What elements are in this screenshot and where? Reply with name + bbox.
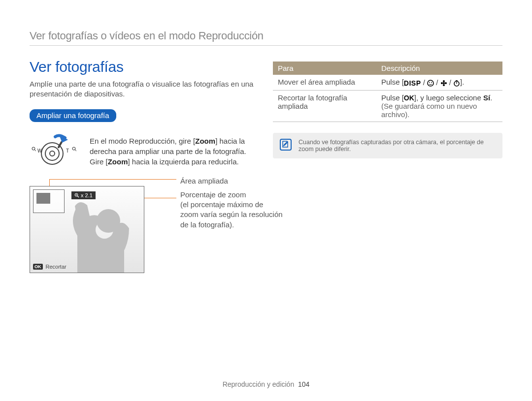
table-row: Mover el área ampliada Pulse [ DISP / / … [273, 75, 502, 91]
dial-w-label-txt: W [37, 148, 42, 154]
svg-point-1 [45, 147, 59, 160]
ok-key-label: OK [404, 94, 414, 102]
nav-overview-box [33, 189, 65, 213]
dial-zoom-label-1: Zoom [195, 137, 215, 145]
ok-button-glyph: OK [33, 264, 43, 270]
table-head-desc: Descripción [376, 62, 502, 75]
disp-icon: DISP [404, 79, 421, 87]
callout-zoom-pct: Porcentaje de zoom (el porcentaje máximo… [180, 190, 289, 230]
note-text: Cuando ve fotografías capturadas por otr… [299, 139, 496, 153]
zoom-dial-illustration: W T [30, 132, 81, 171]
subsection-pill: Ampliar una fotografía [30, 109, 116, 122]
zoom-dial-description: En el modo Reproducción, gire [Zoom] hac… [90, 136, 259, 171]
zoom-indicator-value: x 2.1 [81, 192, 93, 198]
crop-action-hint: OK Recortar [33, 264, 66, 270]
dial-text-pre: En el modo Reproducción, gire [ [90, 137, 195, 145]
zoom-indicator: x 2.1 [71, 191, 96, 199]
left-column: Ver fotografías Amplíe una parte de una … [30, 59, 259, 284]
page-running-header: Ver fotografías o vídeos en el modo Repr… [30, 30, 502, 42]
magnifier-plus-icon [74, 193, 79, 198]
table-cell-para: Recortar la fotografía ampliada [273, 91, 376, 122]
svg-point-13 [428, 80, 433, 86]
dial-t-label-txt: T [66, 148, 69, 154]
svg-point-20 [445, 82, 447, 84]
table-cell-desc: Pulse [ DISP / / / ]. [376, 75, 502, 91]
nav-selection-rect [36, 193, 50, 204]
smiley-icon [427, 80, 434, 87]
svg-point-15 [431, 82, 432, 83]
actions-table: Para Descripción Mover el área ampliada … [273, 62, 502, 122]
camera-screen-mock: x 2.1 OK Recortar [30, 186, 144, 273]
svg-point-19 [441, 82, 443, 84]
svg-line-7 [75, 150, 76, 151]
crop-label: Recortar [46, 264, 66, 270]
info-note: Cuando ve fotografías capturadas por otr… [273, 133, 502, 158]
flower-icon [440, 80, 447, 87]
svg-point-8 [97, 209, 120, 233]
section-title: Ver fotografías [30, 59, 259, 75]
table-row: Recortar la fotografía ampliada Pulse [O… [273, 91, 502, 122]
table-cell-desc: Pulse [OK], y luego seleccione Sí. (Se g… [376, 91, 502, 122]
dial-text-post: ] hacia la izquierda para reducirla. [128, 157, 239, 166]
svg-point-16 [443, 82, 445, 84]
svg-line-10 [77, 196, 79, 197]
section-intro: Amplíe una parte de una fotografía o vis… [30, 79, 259, 99]
header-rule [30, 45, 502, 46]
table-head-para: Para [273, 62, 376, 75]
svg-point-14 [429, 82, 430, 83]
svg-point-17 [443, 80, 445, 82]
callout-area-ampliada: Área ampliada [180, 176, 289, 186]
enlarged-area-diagram: Área ampliada Porcentaje de zoom (el por… [30, 186, 259, 284]
page-footer: Reproducción y edición 104 [0, 380, 532, 388]
right-column: Para Descripción Mover el área ampliada … [273, 59, 502, 284]
footer-page-number: 104 [298, 380, 309, 388]
note-icon [280, 139, 292, 151]
footer-section-label: Reproducción y edición [223, 380, 295, 388]
svg-line-5 [34, 150, 36, 151]
svg-point-2 [50, 151, 55, 156]
timer-icon [453, 80, 460, 87]
dial-zoom-label-2: Zoom [108, 157, 128, 166]
table-cell-para: Mover el área ampliada [273, 75, 376, 91]
svg-point-18 [443, 84, 445, 86]
